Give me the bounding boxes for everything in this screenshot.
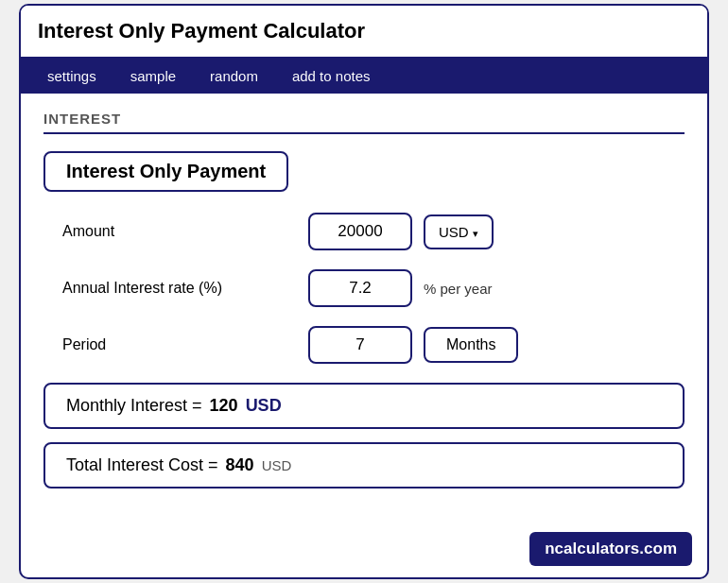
amount-label: Amount — [62, 223, 308, 240]
period-unit-label: Months — [446, 336, 495, 352]
monthly-interest-currency: USD — [246, 396, 282, 416]
page-title: Interest Only Payment Calculator — [38, 19, 365, 43]
currency-label: USD — [439, 224, 469, 240]
period-unit-button[interactable]: Months — [424, 327, 518, 363]
brand-badge: ncalculators.com — [529, 532, 692, 566]
tab-random[interactable]: random — [193, 59, 275, 94]
total-interest-result: Total Interest Cost = 840 USD — [43, 442, 685, 489]
results-section: Monthly Interest = 120 USD Total Interes… — [43, 383, 685, 489]
monthly-interest-result: Monthly Interest = 120 USD — [43, 383, 685, 429]
total-interest-value: 840 — [226, 455, 254, 475]
calculator-container: Interest Only Payment Calculator setting… — [19, 4, 709, 579]
content-area: INTEREST Interest Only Payment Amount US… — [21, 94, 707, 524]
title-bar: Interest Only Payment Calculator — [21, 6, 707, 59]
total-interest-currency: USD — [262, 457, 292, 473]
dropdown-arrow-icon: ▾ — [473, 228, 478, 239]
monthly-interest-label: Monthly Interest = — [66, 396, 202, 416]
interest-rate-unit: % per year — [424, 281, 493, 297]
monthly-interest-value: 120 — [210, 396, 238, 416]
interest-rate-row: Annual Interest rate (%) % per year — [43, 269, 685, 307]
currency-button[interactable]: USD▾ — [424, 214, 494, 249]
tab-settings[interactable]: settings — [30, 59, 113, 94]
footer: ncalculators.com — [21, 524, 707, 577]
amount-row: Amount USD▾ — [43, 213, 685, 250]
tab-sample[interactable]: sample — [113, 59, 193, 94]
section-label: INTEREST — [43, 111, 685, 134]
interest-rate-input[interactable] — [308, 269, 412, 307]
period-label: Period — [62, 336, 308, 353]
total-interest-label: Total Interest Cost = — [66, 455, 218, 475]
amount-input[interactable] — [308, 213, 412, 250]
result-label-box: Interest Only Payment — [43, 151, 288, 192]
period-row: Period Months — [43, 326, 685, 364]
interest-rate-label: Annual Interest rate (%) — [62, 280, 308, 297]
tab-add-to-notes[interactable]: add to notes — [275, 59, 388, 94]
period-input[interactable] — [308, 326, 412, 364]
nav-tabs: settings sample random add to notes — [21, 59, 707, 94]
